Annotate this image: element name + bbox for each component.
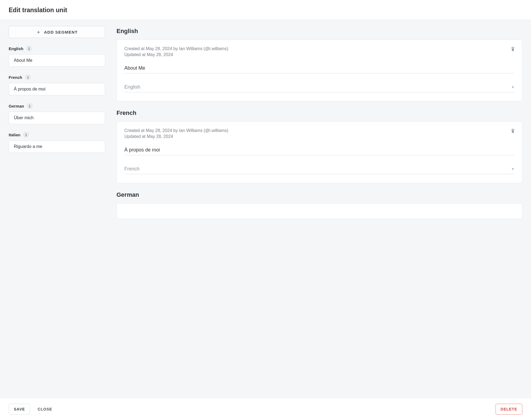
lang-group-english: English 1 About Me [9,46,105,67]
page-title: Edit translation unit [9,7,522,14]
segment-chip[interactable]: Über mich [9,112,105,124]
main-column: English Created at May 28, 2024 by Ian W… [114,20,531,398]
lang-group-german: German 1 Über mich [9,103,105,124]
language-select-value: French [124,166,140,172]
lang-header: German 1 [9,103,105,109]
created-meta: Created at May 28, 2024 by Ian Williams … [124,128,514,133]
sidebar: ＋ ADD SEGMENT English 1 About Me French … [0,20,114,398]
chevron-down-icon: ▼ [511,85,514,89]
segment-chip[interactable]: Riguardo a me [9,140,105,153]
language-select-value: English [124,84,140,90]
created-meta: Created at May 28, 2024 by Ian Williams … [124,46,514,51]
trash-icon[interactable] [510,128,516,134]
section-title-french: French [116,109,522,117]
segment-text-input[interactable] [124,64,514,73]
language-select[interactable]: French ▼ [124,164,514,174]
header: Edit translation unit [0,0,531,20]
count-badge: 1 [25,74,31,80]
segment-chip[interactable]: À propos de moi [9,83,105,95]
section-title-english: English [116,28,522,35]
lang-header: Italian 1 [9,132,105,138]
footer-left: SAVE CLOSE [9,404,55,415]
lang-group-french: French 1 À propos de moi [9,74,105,95]
lang-name: German [9,104,24,108]
save-button[interactable]: SAVE [9,404,30,415]
add-segment-label: ADD SEGMENT [44,30,78,34]
updated-meta: Updated at May 28, 2024 [124,52,514,57]
close-button[interactable]: CLOSE [35,404,55,414]
section-title-german: German [116,191,522,198]
plus-icon: ＋ [36,30,41,34]
content: ＋ ADD SEGMENT English 1 About Me French … [0,20,531,398]
lang-header: English 1 [9,46,105,51]
count-badge: 1 [23,132,29,138]
segment-card-german [116,203,522,219]
lang-header: French 1 [9,74,105,80]
language-select[interactable]: English ▼ [124,83,514,92]
count-badge: 1 [27,103,33,109]
segment-card-french: Created at May 28, 2024 by Ian Williams … [116,121,522,183]
chevron-down-icon: ▼ [511,167,514,171]
lang-name: French [9,75,22,80]
lang-name: English [9,46,23,51]
lang-group-italian: Italian 1 Riguardo a me [9,132,105,153]
trash-icon[interactable] [510,46,516,52]
segment-card-english: Created at May 28, 2024 by Ian Williams … [116,40,522,101]
segment-chip[interactable]: About Me [9,54,105,67]
count-badge: 1 [26,46,32,51]
footer: SAVE CLOSE DELETE [0,398,531,420]
updated-meta: Updated at May 28, 2024 [124,134,514,139]
lang-name: Italian [9,133,20,137]
delete-button[interactable]: DELETE [496,404,522,415]
segment-text-input[interactable] [124,146,514,155]
add-segment-button[interactable]: ＋ ADD SEGMENT [9,26,105,38]
